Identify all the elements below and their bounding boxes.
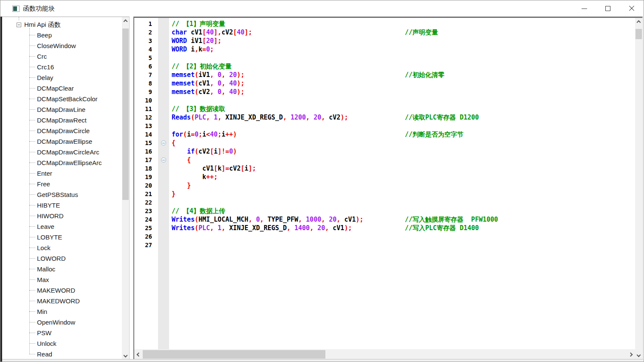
minimize-button[interactable]	[572, 0, 596, 17]
code-line: 11// 【3】数据读取	[134, 105, 635, 113]
code-line: 5	[134, 54, 635, 62]
code-token: }	[172, 190, 175, 198]
editor-vscrollbar-thumb[interactable]	[636, 29, 642, 39]
title-bar: 函数功能块	[0, 0, 644, 17]
code-text	[169, 122, 635, 130]
code-text: if(cV2[i]!=0)	[169, 147, 635, 156]
tree-item-crc[interactable]: Crc	[2, 51, 121, 62]
tree-item-label: Crc	[37, 53, 47, 60]
tree-item-loword[interactable]: LOWORD	[2, 253, 121, 264]
code-token: 1	[210, 114, 217, 121]
code-line: 23// 【4】数据上传	[134, 207, 635, 215]
code-token: k	[198, 46, 202, 53]
code-text: // 【1】声明变量	[169, 20, 635, 28]
tree-item-max[interactable]: Max	[2, 274, 121, 285]
editor-horizontal-scrollbar[interactable]	[134, 349, 635, 359]
fold-margin	[158, 96, 169, 105]
code-token: memset	[172, 88, 195, 96]
tree-item-unlock[interactable]: Unlock	[2, 338, 121, 349]
line-number: 20	[134, 181, 158, 190]
tree-item-label: Unlock	[37, 340, 56, 347]
tree-item-enter[interactable]: Enter	[2, 168, 121, 179]
tree-item-min[interactable]: Min	[2, 306, 121, 317]
tree-item-label: Free	[37, 180, 50, 188]
editor-hscrollbar-thumb[interactable]	[143, 350, 325, 359]
tree-item-crc16[interactable]: Crc16	[2, 62, 121, 72]
tree-root-hmi-api[interactable]: Hmi Api 函数	[17, 20, 61, 30]
fold-margin	[158, 113, 169, 122]
editor-scrollbar-right-button[interactable]	[628, 349, 635, 359]
tree-item-hiword[interactable]: HIWORD	[2, 211, 121, 221]
line-number: 5	[134, 54, 158, 62]
editor-scrollbar-up-button[interactable]	[635, 18, 642, 25]
tree-item-dcmapdrawrect[interactable]: DCMapDrawRect	[2, 115, 121, 125]
line-number: 7	[134, 71, 158, 79]
tree-item-free[interactable]: Free	[2, 179, 121, 189]
tree-item-malloc[interactable]: Malloc	[2, 264, 121, 274]
code-token: i	[202, 131, 206, 138]
tree-item-beep[interactable]: Beep	[2, 30, 121, 40]
code-token: iV1	[187, 37, 202, 45]
code-token: 20	[325, 216, 336, 223]
code-token: 0	[214, 71, 221, 79]
tree-item-dcmapdrawcirclearc[interactable]: DCMapDrawCircleArc	[2, 147, 121, 157]
inline-comment: //初始化清零	[405, 71, 444, 79]
tree-item-dcmapclear[interactable]: DCMapClear	[2, 83, 121, 94]
tree-item-dcmapdrawcircle[interactable]: DCMapDrawCircle	[2, 125, 121, 136]
editor-vertical-scrollbar[interactable]	[635, 18, 642, 359]
tree-item-dcmapdrawellipse[interactable]: DCMapDrawEllipse	[2, 136, 121, 147]
tree-scrollbar-thumb[interactable]	[122, 29, 129, 200]
tree-scrollbar[interactable]	[122, 17, 129, 360]
tree-item-psw[interactable]: PSW	[2, 328, 121, 338]
code-text	[169, 232, 635, 241]
function-tree-panel: Hmi Api 函数 BeepCloseWindowCrcCrc16DelayD…	[2, 17, 130, 360]
fold-collapse-icon[interactable]	[161, 157, 166, 162]
code-text: // 【4】数据上传	[169, 207, 635, 215]
code-token: (	[195, 88, 198, 96]
tree-item-openwindow[interactable]: OpenWindow	[2, 317, 121, 328]
tree-item-label: Malloc	[37, 265, 55, 273]
code-text: memset(cV2, 0, 40);	[169, 88, 635, 96]
tree-item-dcmapdrawline[interactable]: DCMapDrawLine	[2, 104, 121, 115]
tree-item-getpsbstatus[interactable]: GetPSBStatus	[2, 189, 121, 200]
tree-item-makedword[interactable]: MAKEDWORD	[2, 296, 121, 306]
code-line: 6// 【2】初始化变量	[134, 62, 635, 71]
editor-scrollbar-left-button[interactable]	[134, 349, 141, 359]
code-token: 1200	[287, 114, 306, 121]
tree-item-makeword[interactable]: MAKEWORD	[2, 285, 121, 296]
code-token: i	[187, 131, 191, 138]
code-area[interactable]: 1// 【1】声明变量2char cV1[40],cV2[40];//声明变量3…	[134, 18, 635, 349]
code-token: for	[172, 131, 183, 138]
line-number: 11	[134, 105, 158, 113]
tree-item-dcmapdrawellipsearc[interactable]: DCMapDrawEllipseArc	[2, 157, 121, 168]
code-line: 27	[134, 241, 635, 249]
tree-item-leave[interactable]: Leave	[2, 221, 121, 232]
code-token: 0	[195, 131, 198, 138]
tree-item-lock[interactable]: Lock	[2, 242, 121, 253]
code-token: cV1	[187, 29, 202, 36]
chevron-up-icon	[637, 20, 641, 25]
code-token: 0	[206, 46, 210, 53]
tree-item-closewindow[interactable]: CloseWindow	[2, 40, 121, 51]
tree-scrollbar-up-button[interactable]	[122, 17, 129, 24]
maximize-button[interactable]	[596, 0, 620, 17]
tree-item-dcmapsetbackcolor[interactable]: DCMapSetBackColor	[2, 94, 121, 104]
code-token: ];	[249, 165, 256, 172]
collapse-expander-icon[interactable]	[17, 23, 21, 27]
code-token: ;	[198, 131, 202, 138]
minus-glyph	[162, 143, 165, 143]
tree-item-read[interactable]: Read	[2, 349, 121, 359]
code-token: cV1	[340, 216, 356, 223]
close-button[interactable]	[620, 0, 644, 17]
code-token: memset	[172, 71, 195, 79]
fold-collapse-icon[interactable]	[161, 140, 166, 145]
tree-item-delay[interactable]: Delay	[2, 72, 121, 83]
tree-item-hibyte[interactable]: HIBYTE	[2, 200, 121, 211]
code-token: 40	[210, 131, 217, 138]
tree-item-lobyte[interactable]: LOBYTE	[2, 232, 121, 242]
code-token: ,	[321, 114, 325, 121]
editor-scrollbar-down-button[interactable]	[635, 352, 642, 359]
tree-item-label: Delay	[37, 74, 53, 81]
code-text: {	[169, 139, 635, 147]
close-icon	[628, 5, 635, 12]
